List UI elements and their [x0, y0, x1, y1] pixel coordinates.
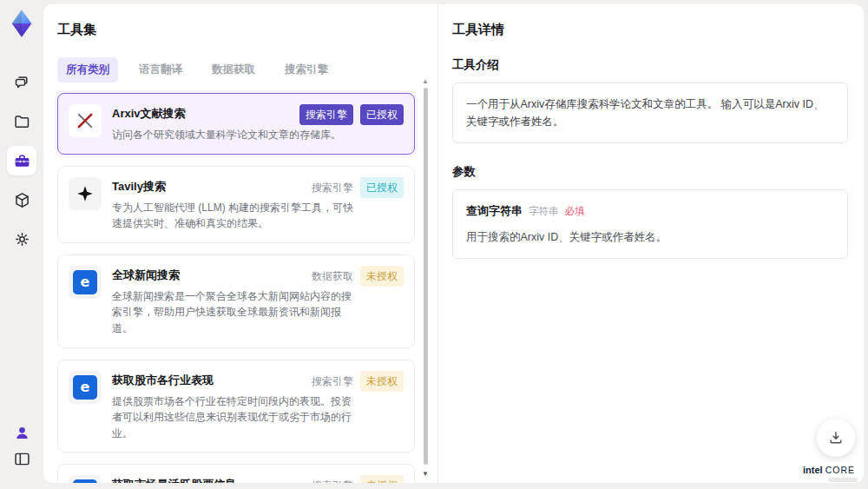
scroll-down-arrow[interactable]: ▼	[422, 470, 429, 478]
auth-status-badge: 已授权	[360, 177, 404, 198]
intel-core-logo: intel CORE	[800, 465, 858, 482]
category-badge: 搜索引擎	[312, 177, 353, 198]
tool-badges: 搜索引擎 未授权	[312, 371, 404, 392]
tool-list-pane: 工具集 所有类别 语言翻译 数据获取 搜索引擎 Arxiv文献搜索 访问各个研究…	[43, 4, 438, 483]
tool-badges: 搜索引擎 已授权	[299, 104, 404, 125]
auth-status-badge: 未授权	[360, 371, 404, 392]
tool-card-arxiv[interactable]: Arxiv文献搜索 访问各个研究领域大量科学论文和文章的存储库。 搜索引擎 已授…	[57, 93, 415, 155]
auth-status-badge: 未授权	[360, 475, 404, 483]
parameter-name: 查询字符串	[466, 202, 523, 221]
params-heading: 参数	[452, 164, 848, 180]
parameter-required-badge: 必填	[565, 203, 585, 219]
intel-wordmark: intel	[803, 465, 823, 475]
left-rail	[0, 0, 43, 489]
core-wordmark: CORE	[825, 465, 855, 475]
cube-icon	[13, 191, 31, 209]
stock-sectors-logo-icon: e	[69, 371, 102, 404]
global-news-logo-icon: e	[69, 266, 102, 299]
tool-description: 专为人工智能代理 (LLM) 构建的搜索引擎工具，可快速提供实时、准确和真实的结…	[112, 200, 355, 232]
sidebar-item-files[interactable]	[7, 107, 36, 136]
tab-all-categories[interactable]: 所有类别	[57, 57, 118, 83]
tavily-logo-icon	[69, 177, 102, 210]
sidebar-item-chat[interactable]	[7, 68, 36, 97]
tool-badges: 搜索引擎 已授权	[312, 177, 404, 198]
category-tabs: 所有类别 语言翻译 数据获取 搜索引擎	[57, 57, 437, 83]
toolbox-icon	[13, 152, 31, 170]
tool-card-tavily[interactable]: Tavily搜索 专为人工智能代理 (LLM) 构建的搜索引擎工具，可快速提供实…	[57, 166, 415, 243]
tool-card-stock-sectors[interactable]: e 获取股市各行业表现 提供股票市场各个行业在特定时间段内的表现。投资者可以利用…	[57, 360, 415, 453]
chat-icon	[13, 74, 31, 92]
sidebar-item-tools[interactable]	[7, 146, 36, 175]
page-title: 工具集	[57, 22, 437, 38]
tool-description: 全球新闻搜索是一个聚合全球各大新闻网站内容的搜索引擎，帮助用户快速获取全球最新资…	[112, 288, 355, 337]
category-badge: 搜索引擎	[299, 104, 353, 125]
download-icon	[827, 429, 845, 446]
parameter-header: 查询字符串 字符串 必填	[466, 202, 834, 221]
tool-card-active-stocks[interactable]: e 获取市场最活跃股票信息 提供当天交易量最高的股票列表，投资者可以利用这些信息…	[57, 464, 415, 483]
parameter-description: 用于搜索的Arxiv ID、关键字或作者姓名。	[466, 228, 834, 246]
parameter-type: 字符串	[529, 203, 559, 219]
category-badge: 搜索引擎	[312, 475, 353, 483]
sidebar-collapse-button[interactable]	[7, 444, 36, 473]
tool-card-list: Arxiv文献搜索 访问各个研究领域大量科学论文和文章的存储库。 搜索引擎 已授…	[57, 93, 415, 483]
window-scrollbar[interactable]	[865, 0, 868, 489]
detail-title: 工具详情	[452, 22, 848, 38]
tab-search-engine[interactable]: 搜索引擎	[276, 57, 337, 83]
tool-card-global-news[interactable]: e 全球新闻搜索 全球新闻搜索是一个聚合全球各大新闻网站内容的搜索引擎，帮助用户…	[57, 254, 415, 348]
scroll-up-arrow[interactable]: ▲	[422, 77, 429, 85]
user-icon	[13, 424, 31, 442]
download-button[interactable]	[817, 419, 855, 457]
auth-status-badge: 已授权	[360, 104, 404, 125]
folder-icon	[13, 113, 31, 131]
panel-toggle-icon	[13, 450, 31, 468]
app-logo-icon	[8, 9, 36, 38]
sidebar-item-settings[interactable]	[7, 224, 36, 254]
list-scrollbar[interactable]	[424, 88, 428, 465]
main-content: 工具集 所有类别 语言翻译 数据获取 搜索引擎 Arxiv文献搜索 访问各个研究…	[43, 4, 864, 483]
arxiv-logo-icon	[69, 104, 102, 137]
intel-core-logo-text: intel CORE	[800, 465, 858, 475]
tool-detail-pane: 工具详情 工具介绍 一个用于从Arxiv存储库搜索科学论文和文章的工具。 输入可…	[438, 4, 864, 483]
category-badge: 搜索引擎	[312, 371, 353, 392]
tool-intro-box: 一个用于从Arxiv存储库搜索科学论文和文章的工具。 输入可以是Arxiv ID…	[452, 83, 848, 143]
tool-badges: 搜索引擎 未授权	[312, 475, 404, 483]
parameter-box: 查询字符串 字符串 必填 用于搜索的Arxiv ID、关键字或作者姓名。	[452, 189, 848, 259]
auth-status-badge: 未授权	[360, 266, 404, 287]
tab-translation[interactable]: 语言翻译	[130, 57, 191, 83]
intel-ultra-watermark	[828, 478, 858, 482]
gear-icon	[13, 230, 31, 248]
tool-description: 访问各个研究领域大量科学论文和文章的存储库。	[112, 127, 341, 143]
tool-badges: 数据获取 未授权	[312, 266, 404, 287]
category-badge: 数据获取	[312, 266, 353, 287]
intro-heading: 工具介绍	[452, 57, 848, 73]
sidebar-item-models[interactable]	[7, 185, 36, 215]
tab-data-fetch[interactable]: 数据获取	[203, 57, 264, 83]
active-stocks-logo-icon: e	[69, 475, 102, 483]
tool-description: 提供股票市场各个行业在特定时间段内的表现。投资者可以利用这些信息来识别表现优于或…	[112, 393, 355, 442]
sidebar-item-profile[interactable]	[7, 418, 36, 447]
